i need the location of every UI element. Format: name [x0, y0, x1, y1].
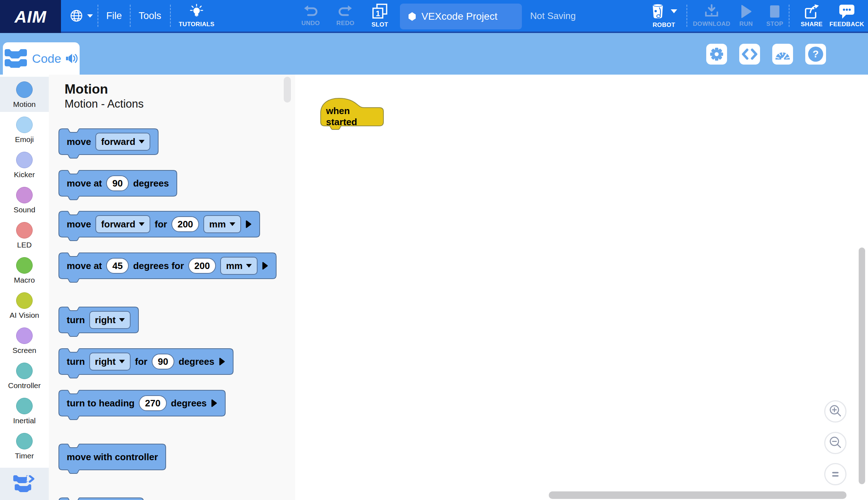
sidebar-item-timer[interactable]: Timer	[0, 428, 49, 463]
toolbar: Code	[0, 33, 868, 75]
category-circle	[16, 398, 33, 414]
category-label: Inertial	[13, 416, 36, 425]
sidebar-item-emoji[interactable]: Emoji	[0, 112, 49, 147]
block-number-input[interactable]: 200	[188, 258, 216, 274]
hat-block-label: when started	[326, 107, 381, 126]
sidebar-item-ai-vision[interactable]: AI Vision	[0, 288, 49, 323]
block-label: for	[155, 219, 167, 230]
block-expand-arrow[interactable]	[245, 220, 252, 228]
block-palette: Motion Motion - Actions moveforwardmove …	[49, 75, 295, 500]
palette-block-6[interactable]: turn to heading270degrees	[59, 390, 225, 416]
block-number-input[interactable]: 90	[152, 354, 174, 369]
aim-logo: AIM	[0, 0, 61, 33]
vertical-scrollbar[interactable]	[859, 247, 865, 484]
category-circle	[16, 187, 33, 203]
tools-menu[interactable]: Tools	[136, 0, 164, 32]
undo-button[interactable]: UNDO	[296, 0, 325, 32]
category-label: LED	[17, 241, 32, 249]
block-dropdown[interactable]: forward	[95, 133, 150, 151]
project-name: VEXcode Project	[421, 11, 497, 22]
project-name-field[interactable]: VEXcode Project	[400, 4, 522, 29]
block-label: move	[67, 136, 91, 147]
sidebar-item-screen[interactable]: Screen	[0, 323, 49, 358]
chevron-down-icon	[139, 222, 145, 226]
add-extension-button[interactable]	[0, 468, 49, 500]
horizontal-scrollbar[interactable]	[549, 491, 846, 499]
block-dropdown[interactable]: mm	[203, 215, 241, 233]
slot-button[interactable]: 1 SLOT	[364, 0, 395, 32]
palette-scrollbar[interactable]	[284, 77, 291, 103]
palette-block-8[interactable]	[59, 498, 143, 500]
category-label: Kicker	[14, 170, 35, 179]
run-button[interactable]: RUN	[735, 0, 758, 32]
zoom-reset-icon	[826, 465, 844, 483]
robot-button[interactable]: ROBOT	[644, 0, 684, 32]
block-number-input[interactable]: 200	[171, 216, 199, 232]
category-label: Screen	[13, 346, 37, 355]
file-menu[interactable]: File	[103, 0, 125, 32]
block-dropdown-value: mm	[209, 219, 226, 230]
category-sidebar: MotionEmojiKickerSoundLEDMacroAI VisionS…	[0, 75, 49, 500]
zoom-reset-button[interactable]	[824, 463, 846, 485]
globe-icon	[69, 9, 84, 23]
category-circle	[16, 257, 33, 274]
workspace-canvas[interactable]: when started	[295, 75, 868, 500]
block-dropdown[interactable]: mm	[220, 257, 258, 275]
robot-icon	[651, 3, 666, 20]
block-expand-arrow[interactable]	[262, 261, 268, 270]
sidebar-item-led[interactable]: LED	[0, 217, 49, 253]
block-dropdown-value: right	[95, 315, 116, 326]
when-started-block[interactable]: when started	[320, 98, 384, 131]
zoom-in-button[interactable]	[824, 400, 846, 423]
divider	[789, 5, 789, 27]
sidebar-item-motion[interactable]: Motion	[0, 77, 49, 112]
sidebar-item-kicker[interactable]: Kicker	[0, 147, 49, 182]
category-circle	[16, 433, 33, 449]
block-expand-arrow[interactable]	[211, 399, 217, 407]
settings-button[interactable]	[706, 44, 727, 65]
palette-block-4[interactable]: turnright	[59, 307, 138, 333]
block-number-input[interactable]: 45	[106, 258, 129, 274]
block-dropdown[interactable]: right	[89, 353, 131, 371]
code-view-button[interactable]	[739, 44, 760, 65]
sidebar-item-controller[interactable]: Controller	[0, 358, 49, 393]
chevron-down-icon	[119, 318, 125, 322]
block-label: move at	[67, 260, 102, 272]
stop-button[interactable]: STOP	[762, 0, 788, 32]
tab-code[interactable]: Code	[3, 42, 80, 75]
category-circle	[16, 152, 33, 168]
help-button[interactable]: ?	[805, 44, 826, 65]
category-circle	[16, 327, 33, 344]
category-label: Timer	[15, 452, 34, 460]
category-circle	[16, 117, 33, 133]
monitor-button[interactable]	[772, 44, 793, 65]
download-button[interactable]: DOWNLOAD	[691, 0, 732, 32]
share-button[interactable]: SHARE	[796, 0, 828, 32]
sidebar-item-inertial[interactable]: Inertial	[0, 393, 49, 428]
sidebar-item-sound[interactable]: Sound	[0, 182, 49, 217]
palette-block-3[interactable]: move at45degrees for200mm	[59, 253, 276, 279]
feedback-button[interactable]: FEEDBACK	[827, 0, 867, 32]
redo-button[interactable]: REDO	[331, 0, 360, 32]
palette-block-7[interactable]: move with controller	[59, 444, 166, 470]
category-label: AI Vision	[10, 311, 39, 320]
sidebar-item-macro[interactable]: Macro	[0, 253, 49, 288]
zoom-in-icon	[826, 402, 844, 420]
tutorials-button[interactable]: TUTORIALS	[177, 0, 216, 32]
category-circle	[16, 222, 33, 239]
palette-block-2[interactable]: moveforwardfor200mm	[59, 211, 260, 237]
block-dropdown[interactable]: right	[89, 311, 131, 329]
block-number-input[interactable]: 270	[139, 395, 166, 411]
language-selector[interactable]	[66, 0, 96, 32]
vexcode-app: AIM File Tools	[0, 0, 868, 500]
palette-block-0[interactable]: moveforward	[59, 129, 158, 155]
block-expand-arrow[interactable]	[219, 357, 225, 366]
category-label: Controller	[8, 381, 41, 390]
palette-block-1[interactable]: move at90degrees	[59, 170, 177, 196]
palette-block-5[interactable]: turnrightfor90degrees	[59, 349, 233, 374]
zoom-out-button[interactable]	[824, 432, 846, 454]
block-label: degrees for	[133, 260, 184, 272]
block-number-input[interactable]: 90	[106, 175, 129, 191]
block-dropdown[interactable]: forward	[95, 215, 150, 233]
category-circle	[16, 292, 33, 309]
